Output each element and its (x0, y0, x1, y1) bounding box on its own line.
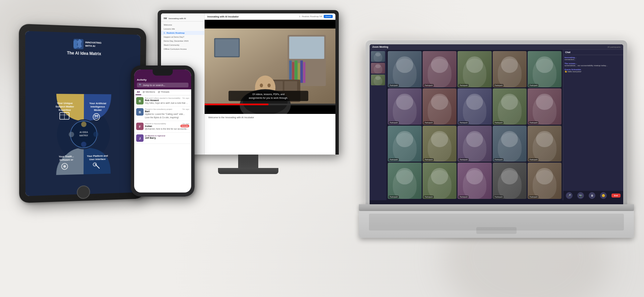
zoom-cell-7: Participant (423, 88, 457, 125)
activity-item-3[interactable]: F channel in #accountability 2m ago froi… (134, 121, 191, 132)
zoom-name-15: Participant (529, 158, 539, 161)
zoom-header-controls: 20 participants (607, 46, 621, 48)
svg-text:AI IDEA: AI IDEA (79, 131, 88, 134)
participant-thumb-3 (371, 75, 385, 85)
msg-name-bart: Bart (145, 110, 189, 113)
zoom-cell-5: Participant (528, 51, 561, 87)
message-content-4: @ Mention in #general Jeff Barry (145, 134, 189, 142)
phone-app-content: Activity 🔍 Jump to or search... All @ Me… (134, 70, 191, 193)
sidebar-item-welcome[interactable]: Welcome (161, 23, 204, 27)
laptop-trackpad[interactable] (476, 227, 517, 234)
zoom-name-11: Participant (389, 158, 399, 161)
zoom-share-btn[interactable]: 🖥 (589, 192, 595, 199)
tab-mentions[interactable]: @ Mentions (141, 89, 156, 95)
zoom-end-meeting-btn[interactable]: End (611, 194, 621, 198)
zoom-app: Zoom Meeting 20 participants (370, 44, 623, 205)
phone-search-placeholder: Jump to or search... (143, 84, 165, 86)
svg-text:F: F (139, 125, 141, 128)
zoom-chat-text-1: connection... (565, 58, 622, 61)
svg-point-18 (95, 115, 97, 117)
participant-thumb-2 (371, 63, 385, 74)
sidebar-item-roadmap[interactable]: 1 - Realistic Roadmap (161, 31, 204, 35)
svg-rect-63 (228, 91, 308, 101)
monitor-enroll-btn[interactable]: Enroll (324, 15, 333, 18)
svg-text:B: B (139, 99, 141, 103)
zoom-name-20: Participant (529, 196, 539, 198)
monitor-video-player[interactable]: Of videos, lessons, PDFs, and assignment… (205, 20, 335, 114)
sidebar-item-demo2023[interactable]: Demo Day, December 2023 (161, 39, 204, 43)
sidebar-item-demo[interactable]: Happen at Demo Day? (161, 35, 204, 39)
message-content-1: Bart and 2 others reacted in #accountabi… (145, 97, 189, 104)
svg-text:Expertise: Expertise (59, 109, 71, 112)
monitor-main-content: Innovating with AI Incubator 1 - Realist… (205, 13, 335, 155)
avatar-froilan: F (136, 123, 144, 130)
svg-text:Your Artificial: Your Artificial (89, 102, 106, 105)
zoom-video-grid: Participant Participant Participant (386, 50, 563, 200)
svg-text:Your Unique: Your Unique (57, 102, 73, 105)
zoom-chat-msg-1: Innovating... connection... (565, 56, 622, 61)
svg-rect-51 (300, 60, 303, 83)
laptop-screen: Zoom Meeting 20 participants (370, 44, 623, 205)
avatar-bart2: B (136, 108, 144, 116)
zoom-name-14: Participant (494, 158, 504, 161)
laptop-screen-housing: Zoom Meeting 20 participants (366, 40, 627, 205)
sidebar-item-offline[interactable]: Offline Curriculum Access (161, 47, 204, 51)
phone-search-bar[interactable]: 🔍 Jump to or search... (137, 83, 189, 87)
zoom-chat-messages-list: Innovating... connection... The screen..… (563, 55, 623, 191)
svg-text:INNOVATING: INNOVATING (85, 41, 102, 44)
zoom-name-18: Participant (459, 196, 469, 198)
zoom-name-1: Participant (389, 84, 399, 87)
zoom-cell-19: Participant (493, 163, 527, 199)
zoom-reactions-btn[interactable]: 😊 (600, 192, 607, 199)
zoom-cell-13: Participant (458, 126, 491, 162)
zoom-name-13: Participant (459, 158, 469, 161)
zoom-name-7: Participant (424, 121, 434, 124)
tablet-home-button[interactable] (77, 185, 90, 199)
tab-threads[interactable]: @ Threads (156, 89, 171, 95)
zoom-chat-text-3: 👋 Hello everyone! (565, 71, 622, 73)
msg-name-jeff: Jeff Barry (145, 137, 189, 139)
zoom-chat-panel: Chat Innovating... connection... The scr… (563, 50, 623, 200)
sidebar-item-lessons[interactable]: Lessons title (161, 27, 204, 31)
laptop-hinge (359, 204, 634, 211)
phone-device: Activity 🔍 Jump to or search... All @ Me… (131, 66, 195, 197)
msg-text-2: replied to: Loved the "Calling card" vid… (145, 113, 189, 116)
sidebar-item-slack[interactable]: Slack Community (161, 43, 204, 47)
monitor-description: Welcome to the Innovating with AI Incuba… (205, 114, 335, 155)
svg-text:Your Tradit...: Your Tradit... (59, 155, 74, 158)
msg-text-1: Hey folks, hope all is well! Just a note… (145, 102, 189, 104)
zoom-cell-8: Participant (458, 88, 491, 125)
activity-item-4[interactable]: J @ Mention in #general Jeff Barry (134, 133, 191, 144)
search-icon: 🔍 (139, 84, 142, 86)
activity-item-1[interactable]: B Bart and 2 others reacted in #accounta… (134, 95, 191, 107)
zoom-cell-14: Participant (493, 126, 527, 162)
message-content-2: Thread in #ai-consultancy-project 5m ago… (145, 108, 189, 119)
zoom-cell-16: Participant (388, 163, 422, 199)
zoom-mute-btn[interactable]: 🎤 (566, 192, 573, 199)
monitor-sidebar-header: IW Innovating with AI (161, 15, 204, 22)
tab-all[interactable]: All (136, 89, 141, 95)
monitor-video-svg: Of videos, lessons, PDFs, and assignment… (205, 20, 335, 114)
svg-text:Intelligence: Intelligence (91, 105, 105, 108)
zoom-name-6: Participant (389, 121, 399, 124)
svg-rect-47 (289, 60, 292, 83)
laptop-device: Zoom Meeting 20 participants (366, 40, 627, 242)
message-content-3: channel in #accountability 2m ago froila… (145, 123, 189, 130)
monitor-stand-base (218, 168, 278, 174)
activity-item-2[interactable]: B Thread in #ai-consultancy-project 5m a… (134, 107, 191, 121)
zoom-cell-10: Participant (528, 88, 561, 125)
avatar-bart: B (136, 97, 144, 104)
svg-point-32 (81, 122, 87, 127)
monitor-info-bar: Innovating with AI Incubator 1 - Realist… (205, 13, 335, 20)
zoom-participant-count: 20 participants (607, 46, 621, 48)
zoom-chat-title: Chat (563, 50, 623, 55)
tablet-device: INNOVATING WITH AI The AI Idea Matrix (20, 27, 148, 202)
zoom-camera-btn[interactable]: 📷 (577, 192, 584, 199)
zoom-name-9: Participant (494, 121, 504, 124)
zoom-cell-6: Participant (388, 88, 422, 125)
svg-text:Of videos, lessons, PDFs, and: Of videos, lessons, PDFs, and (252, 93, 284, 96)
svg-point-61 (260, 83, 263, 87)
svg-text:User Interface: User Interface (89, 158, 106, 161)
zoom-cell-2: Participant (423, 51, 457, 87)
zoom-meeting-title: Zoom Meeting (372, 46, 388, 48)
